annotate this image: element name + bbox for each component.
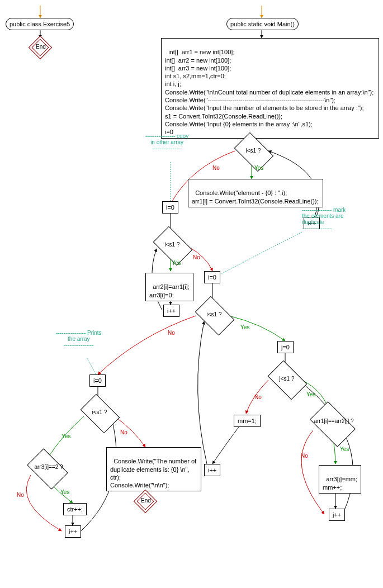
loop1-yes: Yes (254, 165, 263, 171)
i-assign-0-first: i=0 (162, 201, 178, 214)
class-end-node (29, 36, 52, 59)
loop2-inc-text: i++ (167, 307, 176, 314)
loop5-no: No (120, 429, 127, 435)
comment-prints: ---------------- Prints the array ------… (56, 330, 102, 348)
i-assign-0-second-text: i=0 (208, 274, 216, 281)
loop2-body: arr2[i]=arr1[i]; arr3[i]=0; (145, 273, 193, 301)
loop4-yes: Yes (306, 391, 315, 397)
main-method-declaration: public static void Main() (226, 18, 299, 30)
loop3-no: No (168, 330, 175, 336)
loop3-yes: Yes (240, 324, 249, 330)
class-label: public class Exercise5 (10, 21, 70, 27)
loop1-no: No (212, 165, 220, 171)
init-block: int[] arr1 = new int[100]; int[] arr2 = … (161, 38, 379, 139)
eq2-condition-diamond (27, 448, 68, 490)
loop4-no: No (254, 394, 262, 400)
loop2-inc: i++ (163, 305, 179, 317)
init-block-text: int[] arr1 = new int[100]; int[] arr2 = … (165, 49, 373, 135)
eq-yes: Yes (340, 446, 349, 452)
i-assign-0-third-text: i=0 (93, 377, 102, 384)
main-end-node (134, 490, 157, 513)
loop5-yes: Yes (62, 433, 70, 439)
output-block: Console.Write("The number of duplicate e… (106, 447, 201, 491)
class-declaration: public class Exercise5 (6, 18, 74, 30)
eq-condition-diamond (310, 401, 356, 447)
loop5-condition-diamond (81, 394, 120, 434)
j-assign-0: j=0 (277, 341, 294, 353)
loop2-body-text: arr2[i]=arr1[i]; arr3[i]=0; (149, 283, 190, 298)
eq-body-text: arr3[j]=mm; mm++; (323, 476, 357, 490)
loop3-condition-diamond (195, 296, 235, 336)
i-assign-0-second: i=0 (204, 271, 220, 283)
eq2-yes: Yes (60, 489, 69, 495)
loop3-inc-text: i++ (208, 467, 216, 473)
eq-no: No (301, 453, 308, 459)
comment-copy: ---------------- copy in other array ---… (145, 133, 188, 151)
comment-mark: ---------------- mark the elements are d… (302, 207, 346, 231)
svg-line-11 (87, 358, 96, 374)
output-block-text: Console.Write("The number of duplicate e… (110, 458, 196, 489)
i-assign-0-third: i=0 (89, 374, 106, 387)
ctr-inc-text: ctr++; (67, 506, 83, 513)
loop2-no: No (193, 254, 200, 260)
j-assign-0-text: j=0 (281, 344, 290, 350)
loop5-inc-text: i++ (69, 528, 77, 535)
svg-line-9 (221, 232, 302, 274)
main-method-label: public static void Main() (230, 21, 295, 27)
i-assign-0-first-text: i=0 (166, 204, 174, 211)
eq2-no: No (17, 492, 24, 498)
ctr-inc: ctr++; (63, 503, 87, 515)
j-inc: j++ (329, 509, 345, 521)
mm-assign-1: mm=1; (234, 415, 261, 427)
loop4-condition-diamond (268, 361, 308, 400)
eq-body: arr3[j]=mm; mm++; (319, 465, 361, 494)
j-inc-text: j++ (333, 511, 341, 518)
loop2-yes: Yes (172, 260, 181, 266)
loop1-body: Console.Write("element - {0} : ",i); arr… (188, 179, 323, 207)
loop1-body-text: Console.Write("element - {0} : ",i); arr… (192, 189, 319, 204)
loop3-inc: i++ (204, 464, 220, 476)
loop5-inc: i++ (65, 525, 81, 538)
mm-assign-1-text: mm=1; (238, 418, 257, 424)
